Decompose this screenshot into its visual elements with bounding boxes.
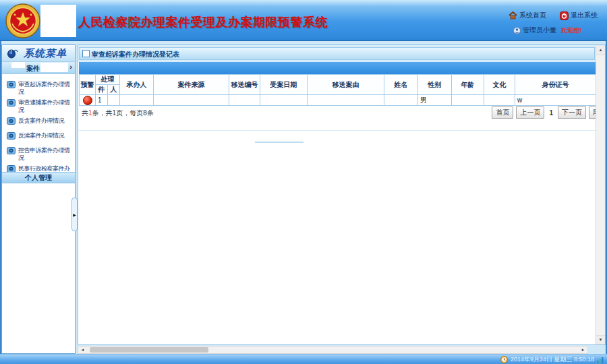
scroll-right-arrow[interactable]: ► <box>579 346 587 353</box>
col-header-id-number: 身份证号 <box>515 75 596 95</box>
scroll-up-arrow[interactable]: ▲ <box>596 46 605 55</box>
summary-text: 共 <box>82 109 88 117</box>
home-link-label: 系统首页 <box>519 11 546 20</box>
sidebar-item-review-arrest[interactable]: 审查逮捕案件办理情况 <box>2 96 75 114</box>
case-table: 预警 处理 承办人 案件来源 移送编号 受案日期 移送案由 姓名 性别 年龄 文… <box>79 74 596 106</box>
sidebar-section-case[interactable]: 案件 › <box>2 62 75 74</box>
sidebar-section-personal[interactable]: 个人管理 <box>2 172 75 183</box>
sidebar-item-anti-corruption[interactable]: 反贪案件办理情况 <box>2 114 75 129</box>
scroll-left-arrow[interactable]: ◄ <box>78 346 87 353</box>
cell-handler <box>120 95 154 106</box>
clock-icon <box>500 356 508 363</box>
signal-bars-icon <box>597 357 604 363</box>
chevron-right-icon: › <box>69 63 72 71</box>
pagination-summary: 共1条，共1页，每页8条 <box>82 109 154 118</box>
col-header-accept-date: 受案日期 <box>260 75 308 95</box>
home-link[interactable]: 系统首页 <box>509 11 546 20</box>
cell-age <box>452 95 484 106</box>
table-header-band <box>79 62 596 74</box>
power-icon <box>560 11 569 20</box>
sidebar: 系统菜单 案件 › 审查起诉案件办理情况 审查逮捕案件办理情况 反贪案件办理情况 <box>1 44 76 354</box>
sidebar-item-label: 反贪案件办理情况 <box>18 117 75 125</box>
panel-checkbox-icon[interactable] <box>82 50 90 57</box>
monitor-icon <box>7 81 16 88</box>
vertical-scrollbar[interactable]: ▲ ▼ <box>596 46 605 344</box>
panel-title-bar: 审查起诉案件办理情况登记表 <box>79 47 595 60</box>
sidebar-item-label: 审查逮捕案件办理情况 <box>18 99 75 114</box>
sidebar-item-anti-dereliction[interactable]: 反渎案件办理情况 <box>2 129 75 144</box>
first-page-button[interactable]: 首页 <box>492 107 513 119</box>
redaction-box <box>40 63 68 72</box>
cell-case-source <box>154 95 229 106</box>
scroll-down-arrow[interactable]: ▼ <box>596 335 605 344</box>
sidebar-menu: 审查起诉案件办理情况 审查逮捕案件办理情况 反贪案件办理情况 反渎案件办理情况 … <box>2 74 75 180</box>
sidebar-menu-title: 系统菜单 <box>24 47 67 60</box>
panel-title: 审查起诉案件办理情况登记表 <box>92 50 179 59</box>
sidebar-item-label: 反渎案件办理情况 <box>18 132 75 140</box>
monitor-icon <box>7 99 16 107</box>
cell-transfer-reason <box>308 95 384 106</box>
logout-link-label: 退出系统 <box>571 11 598 20</box>
divider-line <box>79 130 596 131</box>
sidebar-item-label: 控告申诉案件办理情况 <box>18 147 75 162</box>
col-header-handle-person: 人 <box>108 85 120 95</box>
cell-warning <box>80 95 96 106</box>
col-header-handle: 处理 <box>96 75 120 85</box>
status-bar: 2014年9月24日 星期三 8:50:18 <box>0 354 607 364</box>
divider-dash <box>255 142 304 143</box>
monitor-icon <box>7 147 16 154</box>
app-window: 人民检察院办理案件受理及办案期限预警系统 系统首页 退出系统 <box>0 0 607 364</box>
main-content: 审查起诉案件办理情况登记表 预警 处理 承办人 案件来源 移送编号 受案日期 移… <box>78 44 606 345</box>
page-title: 人民检察院办理案件受理及办案期限预警系统 <box>78 14 328 30</box>
redaction-box <box>40 5 76 37</box>
monitor-icon <box>7 132 16 140</box>
sidebar-item-review-prosecution[interactable]: 审查起诉案件办理情况 <box>2 78 75 96</box>
col-header-gender: 性别 <box>418 75 452 95</box>
col-header-age: 年龄 <box>452 75 484 95</box>
welcome-text: 欢迎您! <box>561 26 581 35</box>
cell-gender: 男 <box>418 95 452 106</box>
col-header-name: 姓名 <box>384 75 418 95</box>
cell-id-number: w <box>515 95 596 106</box>
sidebar-item-label: 审查起诉案件办理情况 <box>18 81 75 96</box>
procuratorate-emblem-logo <box>5 3 40 38</box>
redaction-box <box>11 62 25 68</box>
status-datetime: 2014年9月24日 星期三 8:50:18 <box>511 355 594 364</box>
current-page-number: 1 <box>549 109 553 117</box>
case-section-label: 案件 <box>26 64 40 73</box>
app-header: 人民检察院办理案件受理及办案期限预警系统 系统首页 退出系统 <box>0 0 607 41</box>
cell-handle-person <box>108 95 120 106</box>
cell-accept-date <box>260 95 308 106</box>
col-header-case-source: 案件来源 <box>154 75 229 95</box>
table-row[interactable]: 1 男 w <box>80 95 596 106</box>
logout-link[interactable]: 退出系统 <box>560 11 598 20</box>
col-header-warning: 预警 <box>80 75 96 95</box>
summary-text: 页，每页8条 <box>116 109 154 117</box>
col-header-handle-item: 件 <box>96 85 108 95</box>
col-header-transfer-no: 移送编号 <box>229 75 260 95</box>
house-icon <box>509 11 517 20</box>
triangle-right-icon: ▶ <box>73 212 76 217</box>
person-icon <box>513 27 521 34</box>
pagination-controls: 首页 上一页 1 下一页 尾页 <box>492 107 606 119</box>
next-page-button[interactable]: 下一页 <box>558 107 586 119</box>
user-name: 管理员小董 <box>523 26 556 35</box>
col-header-education: 文化 <box>484 75 515 95</box>
summary-text: 条，共 <box>92 109 113 117</box>
cell-transfer-no <box>229 95 260 106</box>
col-header-handler: 承办人 <box>120 75 154 95</box>
prev-page-button[interactable]: 上一页 <box>516 107 544 119</box>
monitor-icon <box>7 117 16 125</box>
scrollbar-thumb[interactable] <box>90 347 208 353</box>
header-nav: 系统首页 退出系统 <box>509 11 598 20</box>
status-right: 2014年9月24日 星期三 8:50:18 <box>500 355 604 364</box>
horizontal-scrollbar[interactable]: ◄ ► <box>78 346 588 354</box>
mouse-icon <box>7 48 18 59</box>
cell-education <box>484 95 515 106</box>
cell-name <box>384 95 418 106</box>
sidebar-item-complaint-appeal[interactable]: 控告申诉案件办理情况 <box>2 144 75 162</box>
sidebar-collapse-handle[interactable]: ▶ <box>71 198 78 231</box>
sidebar-header: 系统菜单 <box>2 45 75 62</box>
table-header-row-1: 预警 处理 承办人 案件来源 移送编号 受案日期 移送案由 姓名 性别 年龄 文… <box>80 75 596 85</box>
warning-dot-icon <box>83 96 92 105</box>
